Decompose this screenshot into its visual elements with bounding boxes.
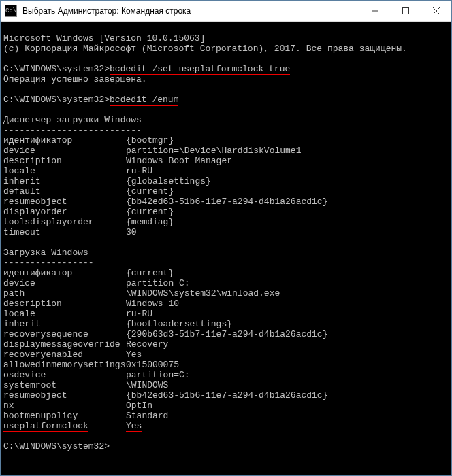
section-2-rows: идентификатор{current}devicepartition=C:… [3, 268, 449, 431]
table-row: devicepartition=C: [3, 278, 449, 288]
row-value: {bb42ed63-51b6-11e7-a294-d4b1a26acd1c} [126, 390, 327, 401]
prompt: C:\WINDOWS\system32> [3, 64, 110, 74]
table-row: useplatformclockYes [3, 421, 449, 431]
command-prompt-window: C:\ Выбрать Администратор: Командная стр… [0, 0, 452, 476]
table-row: recoveryenabledYes [3, 350, 449, 360]
prompt: C:\WINDOWS\system32> [3, 95, 110, 105]
table-row: path\WINDOWS\system32\winload.exe [3, 288, 449, 299]
window-controls [359, 1, 451, 21]
row-value: Recovery [126, 339, 168, 350]
row-value: ru-RU [126, 309, 152, 319]
section-1-rows: идентификатор{bootmgr}devicepartition=\D… [3, 135, 449, 237]
table-row: displayorder{current} [3, 207, 449, 217]
table-row: идентификатор{bootmgr} [3, 135, 449, 146]
row-value: {290b63d3-51b7-11e7-a294-d4b1a26acd1c} [126, 329, 327, 339]
row-value: {current} [126, 268, 174, 278]
row-value: 30 [126, 227, 137, 237]
version-line: Microsoft Windows [Version 10.0.15063] [3, 33, 205, 44]
table-row: descriptionWindows Boot Manager [3, 156, 449, 166]
table-row: localeru-RU [3, 309, 449, 319]
table-row: descriptionWindows 10 [3, 299, 449, 309]
row-value: partition=C: [126, 370, 190, 380]
table-row: osdevicepartition=C: [3, 370, 449, 380]
row-value: {current} [126, 186, 174, 197]
row-value: Standard [126, 411, 168, 421]
copyright-line: (c) Корпорация Майкрософт (Microsoft Cor… [3, 44, 407, 54]
row-key: displaymessageoverride [3, 339, 126, 350]
table-row: localeru-RU [3, 166, 449, 176]
row-value: \WINDOWS [126, 380, 168, 390]
titlebar[interactable]: C:\ Выбрать Администратор: Командная стр… [1, 1, 451, 22]
maximize-button[interactable] [390, 1, 421, 21]
table-row: resumeobject{bb42ed63-51b6-11e7-a294-d4b… [3, 390, 449, 401]
table-row: nxOptIn [3, 401, 449, 411]
section-title-2: Загрузка Windows [3, 248, 88, 258]
row-key: systemroot [3, 380, 126, 390]
table-row: allowedinmemorysettings0x15000075 [3, 360, 449, 370]
row-key: displayorder [3, 207, 126, 217]
row-key: идентификатор [3, 268, 126, 278]
command-1-result: Операция успешно завершена. [3, 74, 147, 84]
minimize-button[interactable] [359, 1, 390, 21]
row-value: {current} [126, 207, 174, 217]
table-row: devicepartition=\Device\HarddiskVolume1 [3, 146, 449, 156]
row-key: path [3, 288, 126, 299]
row-key: locale [3, 166, 126, 176]
row-value: partition=C: [126, 278, 190, 288]
command-1: bcdedit /set useplatformclock true [110, 64, 290, 74]
row-value: {memdiag} [126, 217, 174, 227]
row-key: locale [3, 309, 126, 319]
table-row: inherit{globalsettings} [3, 176, 449, 186]
row-key: recoveryenabled [3, 350, 126, 360]
table-row: default{current} [3, 186, 449, 197]
row-value: Windows Boot Manager [126, 156, 232, 166]
row-key: description [3, 299, 126, 309]
row-value: OptIn [126, 401, 152, 411]
table-row: bootmenupolicyStandard [3, 411, 449, 421]
row-value: Yes [126, 350, 142, 360]
row-key: device [3, 278, 126, 288]
cmd-icon: C:\ [5, 5, 17, 17]
row-key: osdevice [3, 370, 126, 380]
row-value: Windows 10 [126, 299, 179, 309]
row-key: timeout [3, 227, 126, 237]
row-key: resumeobject [3, 390, 126, 401]
svg-rect-1 [402, 8, 408, 14]
row-key: device [3, 146, 126, 156]
row-value: {bootmgr} [126, 135, 174, 146]
table-row: recoverysequence{290b63d3-51b7-11e7-a294… [3, 329, 449, 339]
row-value: 0x15000075 [126, 360, 179, 370]
row-key: bootmenupolicy [3, 411, 126, 421]
row-key: toolsdisplayorder [3, 217, 126, 227]
row-key: recoverysequence [3, 329, 126, 339]
row-key: nx [3, 401, 126, 411]
row-key: inherit [3, 319, 126, 329]
row-key: inherit [3, 176, 126, 186]
row-value: Yes [126, 421, 142, 431]
row-key: идентификатор [3, 135, 126, 146]
row-value: {globalsettings} [126, 176, 211, 186]
table-row: timeout30 [3, 227, 449, 237]
row-value: {bootloadersettings} [126, 319, 232, 329]
terminal-output[interactable]: Microsoft Windows [Version 10.0.15063] (… [1, 22, 451, 475]
row-value: partition=\Device\HarddiskVolume1 [126, 146, 301, 156]
row-key: description [3, 156, 126, 166]
prompt: C:\WINDOWS\system32> [3, 441, 110, 452]
row-value: {bb42ed63-51b6-11e7-a294-d4b1a26acd1c} [126, 197, 327, 207]
close-button[interactable] [421, 1, 451, 21]
section-rule-2: ----------------- [3, 258, 94, 268]
table-row: resumeobject{bb42ed63-51b6-11e7-a294-d4b… [3, 197, 449, 207]
row-key: resumeobject [3, 197, 126, 207]
table-row: displaymessageoverrideRecovery [3, 339, 449, 350]
table-row: toolsdisplayorder{memdiag} [3, 217, 449, 227]
section-rule-1: -------------------------- [3, 125, 142, 135]
section-title-1: Диспетчер загрузки Windows [3, 115, 142, 125]
row-key: default [3, 186, 126, 197]
table-row: inherit{bootloadersettings} [3, 319, 449, 329]
command-2: bcdedit /enum [110, 95, 178, 105]
table-row: идентификатор{current} [3, 268, 449, 278]
row-key: useplatformclock [3, 421, 126, 431]
window-title: Выбрать Администратор: Командная строка [21, 6, 359, 16]
row-value: \WINDOWS\system32\winload.exe [126, 288, 280, 299]
row-value: ru-RU [126, 166, 152, 176]
